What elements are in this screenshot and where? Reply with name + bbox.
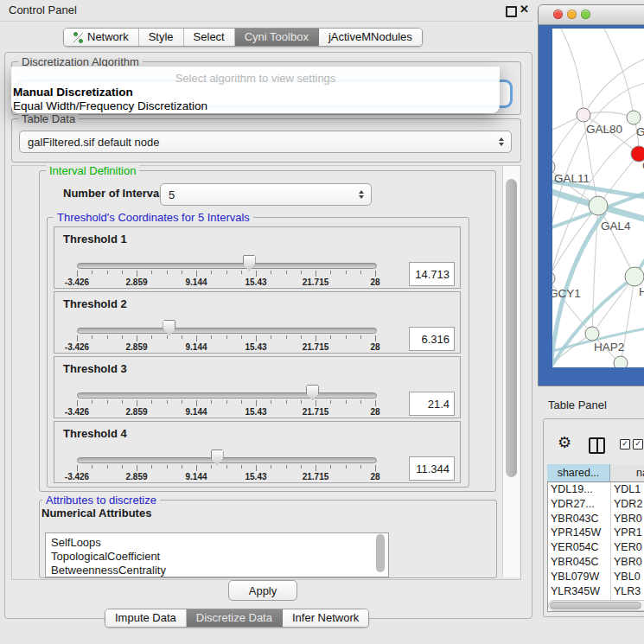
popup-option-manual-discretization[interactable]: Manual Discretization	[13, 86, 133, 99]
HAP2-node[interactable]	[585, 327, 599, 341]
cell-shared-name[interactable]: YDL19...	[551, 482, 593, 497]
major-tick	[196, 335, 197, 341]
tab-jactivemnodules[interactable]: jActiveMNodules	[319, 29, 422, 46]
threshold-value-field[interactable]: 6.316	[409, 327, 455, 351]
cell-name[interactable]: YLR3	[614, 584, 641, 599]
table-row[interactable]: YER054CYER0	[547, 540, 644, 555]
popup-option-equal-width-frequency[interactable]: Equal Width/Frequency Discretization	[13, 99, 207, 112]
cell-shared-name[interactable]: YBR045C	[551, 555, 599, 570]
node-label-gal80: GAL80	[586, 123, 622, 136]
network-edge[interactable]	[583, 54, 644, 115]
scale-label: 2.859	[111, 277, 163, 287]
slider-track[interactable]	[77, 328, 377, 334]
cell-name[interactable]: YBR0	[614, 555, 642, 570]
gear-icon[interactable]: ⚙	[558, 435, 571, 450]
cell-shared-name[interactable]: YLR345W	[551, 584, 600, 599]
cell-name[interactable]: YER0	[614, 540, 642, 555]
table-row[interactable]: YBR045CYBR0	[547, 555, 644, 570]
table-row[interactable]: YLR345WYLR3	[547, 584, 644, 599]
table-data-combobox[interactable]: galFiltered.sif default node	[19, 131, 512, 153]
tab-select[interactable]: Select	[184, 29, 235, 46]
attribute-item-selfloops[interactable]: SelfLoops	[51, 536, 101, 549]
table-row[interactable]: YBL079WYBL0	[547, 570, 644, 584]
table-row[interactable]: YDL19...YDL1	[547, 482, 644, 497]
scale-label: 28	[349, 407, 401, 417]
algorithm-dropdown-popup: Select algorithm to view settings Manual…	[11, 67, 500, 113]
minor-tick	[330, 400, 331, 404]
threshold-value-field[interactable]: 21.4	[409, 392, 455, 416]
network-canvas[interactable]: GAL80GACGAL11GAL4GCY1HHAP2	[552, 29, 644, 367]
scrollbar-thumb[interactable]	[506, 179, 517, 477]
attributes-list-scrollbar[interactable]	[375, 533, 386, 575]
minor-tick	[346, 335, 347, 339]
tab-cyni-toolbox[interactable]: Cyni Toolbox	[235, 29, 319, 46]
threshold-panel-3: Threshold 3-3.4262.8599.14415.4321.71528…	[54, 356, 461, 418]
slider-track[interactable]	[77, 457, 377, 463]
attribute-item-betweennesscentrality[interactable]: BetweennessCentrality	[51, 564, 166, 577]
minimize-traffic-light-icon[interactable]	[567, 10, 577, 19]
cell-shared-name[interactable]: YDR27...	[551, 497, 595, 512]
cell-name[interactable]: YBR0	[614, 512, 642, 526]
cell-name[interactable]: YDL1	[614, 482, 641, 497]
column-header-name[interactable]: na	[610, 464, 644, 482]
threshold-value-field[interactable]: 11.344	[409, 456, 455, 481]
scrollbar-thumb[interactable]	[376, 534, 385, 572]
number-of-intervals-combobox[interactable]: 5	[160, 183, 372, 206]
GAL4-node[interactable]	[589, 196, 608, 215]
minor-tick	[107, 400, 108, 404]
tab-network[interactable]: Network	[64, 29, 139, 46]
scale-label: -3.426	[51, 342, 103, 352]
network-window[interactable]: GAL80GACGAL11GAL4GCY1HHAP2	[538, 4, 644, 386]
table-data-legend: Table Data	[18, 112, 79, 125]
minor-tick	[211, 335, 212, 339]
gene-node[interactable]	[614, 356, 628, 367]
cell-shared-name[interactable]: YBR043C	[551, 512, 599, 526]
tab-infer-network[interactable]: Infer Network	[283, 609, 368, 627]
close-traffic-light-icon[interactable]	[553, 10, 563, 19]
minor-tick	[122, 400, 123, 404]
table-row[interactable]: YPR145WYPR1	[547, 526, 644, 540]
scrollbar-thumb[interactable]	[550, 602, 641, 609]
vertical-scrollbar[interactable]	[502, 166, 520, 577]
cell-shared-name[interactable]: YPR145W	[551, 526, 601, 540]
apply-button[interactable]: Apply	[228, 580, 297, 601]
scale-label: 21.715	[290, 342, 341, 352]
cell-shared-name[interactable]: YBL079W	[551, 570, 599, 584]
zoom-traffic-light-icon[interactable]	[581, 10, 590, 19]
slider-track[interactable]	[77, 263, 377, 269]
close-icon[interactable]: ✕	[520, 3, 529, 16]
network-edge[interactable]	[604, 29, 634, 118]
horizontal-scrollbar[interactable]	[548, 600, 644, 611]
checkbox-icon[interactable]: ✓	[633, 439, 643, 450]
cell-name[interactable]: YPR1	[614, 526, 642, 540]
network-window-titlebar[interactable]	[539, 5, 644, 25]
table-row[interactable]: YBR043CYBR0	[547, 512, 644, 526]
gene-node[interactable]	[627, 111, 641, 124]
slider-track[interactable]	[77, 392, 377, 399]
column-header-shared-name[interactable]: shared...	[547, 464, 610, 482]
minor-tick	[182, 400, 182, 404]
minor-tick	[301, 335, 302, 339]
tab-discretize-data[interactable]: Discretize Data	[187, 609, 283, 627]
float-window-icon[interactable]	[506, 6, 517, 17]
tab-style[interactable]: Style	[139, 29, 184, 46]
cell-name[interactable]: YDR2	[614, 497, 642, 512]
checkbox-icon[interactable]: ✓	[620, 439, 630, 450]
table-row[interactable]: YDR27...YDR2	[547, 497, 644, 512]
network-edge[interactable]	[561, 29, 583, 115]
minor-tick	[211, 465, 212, 469]
major-tick	[77, 465, 78, 471]
attribute-item-topologicalcoefficient[interactable]: TopologicalCoefficient	[51, 550, 160, 563]
GAL80-node[interactable]	[577, 108, 590, 122]
gene-node[interactable]	[625, 267, 644, 286]
table-data-selected-value: galFiltered.sif default node	[28, 136, 159, 149]
network-edge[interactable]	[583, 112, 634, 118]
cell-shared-name[interactable]: YER054C	[551, 540, 599, 555]
cell-name[interactable]: YBL0	[614, 570, 641, 584]
tab-impute-data[interactable]: Impute Data	[105, 609, 187, 627]
numerical-attributes-list[interactable]: SelfLoopsTopologicalCoefficientBetweenne…	[45, 532, 389, 577]
split-columns-icon[interactable]	[589, 437, 605, 454]
GCY1-node[interactable]	[552, 271, 555, 285]
control-panel-title: Control Panel	[9, 3, 77, 16]
threshold-value-field[interactable]: 14.713	[409, 262, 455, 286]
